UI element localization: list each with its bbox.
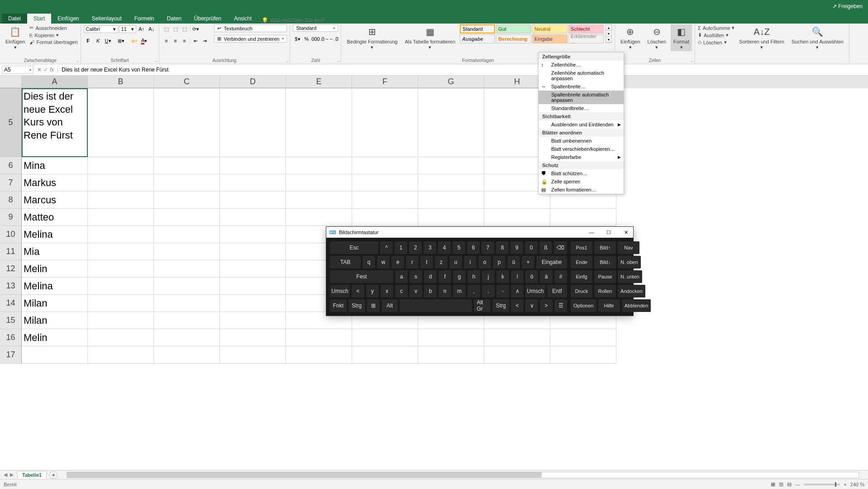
cell[interactable]: Marcus [22, 192, 88, 209]
italic-button[interactable]: K [94, 36, 103, 45]
cell[interactable] [88, 295, 154, 312]
cell[interactable] [418, 157, 484, 174]
cell[interactable] [220, 295, 286, 312]
key[interactable]: n [439, 285, 451, 297]
align-middle-button[interactable]: ⬚ [171, 24, 180, 34]
row-header[interactable]: 15 [0, 312, 22, 329]
cell[interactable] [286, 209, 352, 226]
currency-button[interactable]: $▾ [293, 34, 302, 43]
key[interactable]: t [420, 256, 433, 268]
cell[interactable] [88, 243, 154, 260]
cell[interactable] [88, 346, 154, 364]
style-berechnung[interactable]: Berechnung [496, 34, 531, 43]
cell[interactable] [220, 346, 286, 364]
cell[interactable] [352, 209, 418, 226]
key[interactable]: ∨ [525, 299, 538, 312]
cell[interactable]: Markus [22, 174, 88, 192]
key[interactable]: j [482, 270, 495, 283]
key[interactable]: a [395, 270, 408, 283]
key[interactable]: Umsch [525, 285, 545, 297]
key[interactable]: p [493, 256, 506, 268]
row-header[interactable]: 10 [0, 226, 22, 243]
style-eingabe[interactable]: Eingabe [532, 34, 568, 43]
key[interactable]: Alt Gr [474, 299, 491, 312]
cell[interactable] [484, 329, 550, 346]
cell[interactable] [154, 157, 220, 174]
tab-file[interactable]: Datei [2, 14, 27, 24]
row-header[interactable]: 9 [0, 209, 22, 226]
cell[interactable] [154, 312, 220, 329]
sort-filter-button[interactable]: A↓ZSortieren und Filtern▾ [736, 24, 787, 51]
wrap-text-button[interactable]: ↩Textumbruch [214, 24, 287, 32]
cell[interactable] [88, 209, 154, 226]
key[interactable]: m [453, 285, 466, 297]
cell[interactable] [484, 346, 550, 364]
key[interactable]: 8 [496, 241, 509, 254]
zoom-out-button[interactable]: — [795, 482, 800, 487]
align-top-button[interactable]: ⬚ [162, 24, 171, 34]
key[interactable]: Umsch [330, 285, 350, 297]
thousands-button[interactable]: 000 [311, 34, 320, 43]
key[interactable]: l [511, 270, 524, 283]
key[interactable]: q [362, 256, 375, 268]
key[interactable]: - [496, 285, 509, 297]
styles-scroll[interactable]: ▴▾▾ [606, 24, 612, 43]
key[interactable]: u [449, 256, 462, 268]
paste-button[interactable]: 📋 Einfügen▾ [3, 24, 28, 51]
key[interactable]: 3 [424, 241, 436, 254]
autosum-button[interactable]: ΣAutoSumme ▾ [698, 24, 734, 31]
cell[interactable] [220, 329, 286, 346]
key[interactable]: e [391, 256, 404, 268]
cell[interactable] [484, 209, 550, 226]
key[interactable]: b [424, 285, 437, 297]
key[interactable]: TAB [330, 256, 361, 268]
cell[interactable] [154, 346, 220, 364]
style-standard[interactable]: Standard [460, 24, 495, 34]
cell[interactable] [286, 329, 352, 346]
key[interactable]: 1 [395, 241, 407, 254]
cell[interactable] [154, 174, 220, 192]
key[interactable]: Nav [618, 241, 639, 254]
cell[interactable] [550, 329, 616, 346]
cell[interactable] [550, 209, 616, 226]
merge-center-button[interactable]: ⊞Verbinden und zentrieren▾ [214, 35, 287, 43]
font-name-select[interactable]: ▾ [84, 25, 118, 33]
number-format-select[interactable]: Standard▾ [293, 24, 338, 32]
menu-row-height[interactable]: ↕Zeilenhöhe… [539, 61, 624, 69]
style-ausgabe[interactable]: Ausgabe [460, 34, 495, 43]
cell[interactable] [154, 295, 220, 312]
key[interactable]: Pos1 [571, 241, 592, 254]
cut-button[interactable]: ✂Ausschneiden [29, 24, 77, 31]
cell[interactable] [220, 192, 286, 209]
tab-formulas[interactable]: Formeln [128, 14, 161, 24]
zoom-level[interactable]: 240 % [850, 482, 864, 487]
copy-button[interactable]: ⎘Kopieren ▾ [29, 32, 77, 38]
key[interactable]: Strg [492, 299, 509, 312]
maximize-button[interactable]: ☐ [601, 230, 616, 235]
cell[interactable] [352, 192, 418, 209]
key[interactable]: Esc [330, 241, 378, 254]
horizontal-scrollbar[interactable] [67, 472, 859, 478]
key[interactable]: s [410, 270, 422, 283]
menu-move-sheet[interactable]: Blatt verschieben/kopieren… [539, 145, 624, 153]
add-sheet-button[interactable]: + [49, 471, 57, 479]
key[interactable]: h [467, 270, 480, 283]
fill-color-button[interactable]: ◆▾ [130, 36, 139, 45]
menu-format-cells[interactable]: ▤Zellen formatieren… [539, 186, 624, 194]
key[interactable]: Fest [330, 270, 393, 283]
column-header[interactable]: B [88, 76, 154, 88]
cell[interactable] [154, 278, 220, 295]
cell[interactable] [154, 260, 220, 278]
cell[interactable]: Milan [22, 312, 88, 329]
align-center-button[interactable]: ≡ [171, 36, 180, 45]
key[interactable]: 5 [453, 241, 465, 254]
cell[interactable] [88, 329, 154, 346]
key[interactable]: Einfg [571, 270, 592, 283]
key[interactable]: z [435, 256, 448, 268]
bold-button[interactable]: F [84, 36, 93, 45]
key[interactable]: ä [540, 270, 553, 283]
row-header[interactable]: 14 [0, 295, 22, 312]
select-all-corner[interactable] [0, 76, 22, 88]
cell[interactable]: Milan [22, 295, 88, 312]
key[interactable]: Druck [571, 285, 592, 297]
